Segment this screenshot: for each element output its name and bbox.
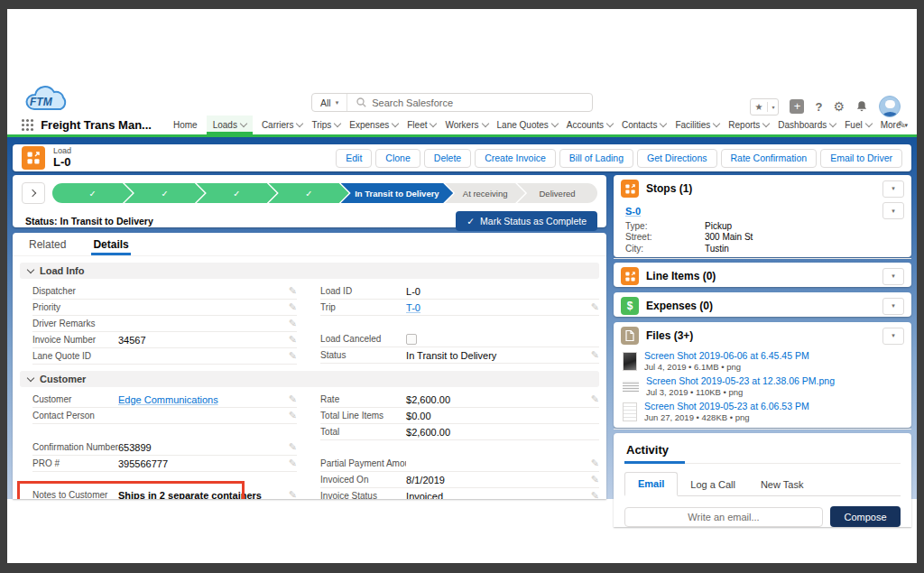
file-row[interactable]: Screen Shot 2019-05-23 at 12.38.06 PM.pn… xyxy=(614,374,911,400)
nav-item-fleet[interactable]: Fleet xyxy=(407,116,436,134)
compose-button[interactable]: Compose xyxy=(830,506,901,527)
files-menu-button[interactable]: ▾ xyxy=(882,328,904,345)
section-customer[interactable]: Customer xyxy=(20,371,599,387)
tab-activity[interactable]: Activity xyxy=(624,443,685,464)
file-row[interactable]: Screen Shot 2019-05-23 at 6.06.53 PM Jun… xyxy=(614,400,911,425)
user-avatar[interactable] xyxy=(879,96,901,117)
nav-item-workers[interactable]: Workers xyxy=(445,116,487,134)
expenses-menu-button[interactable]: ▾ xyxy=(882,298,904,315)
tab-new-task[interactable]: New Task xyxy=(748,474,816,495)
search-placeholder[interactable]: Search Salesforce xyxy=(372,97,453,108)
chevron-down-icon[interactable]: ▾ xyxy=(768,104,778,110)
path-stage-delivered[interactable]: Delivered xyxy=(517,183,597,203)
trip-link[interactable]: T-0 xyxy=(406,302,420,313)
nav-item-contacts[interactable]: Contacts xyxy=(622,116,666,134)
edit-pencil-icon[interactable]: ✎ xyxy=(591,474,599,485)
chevron-down-icon[interactable] xyxy=(392,120,399,127)
chevron-down-icon[interactable] xyxy=(334,120,341,127)
path-stage-complete-3[interactable]: ✓ xyxy=(197,183,277,203)
file-row[interactable]: Screen Shot 2019-06-06 at 6.45.45 PM Jul… xyxy=(614,349,911,374)
email-input[interactable] xyxy=(624,507,823,527)
nav-item-fuel[interactable]: Fuel xyxy=(845,116,871,134)
customer-link[interactable]: Edge Communications xyxy=(118,394,218,405)
clone-button[interactable]: Clone xyxy=(375,149,420,168)
file-name-link[interactable]: Screen Shot 2019-05-23 at 12.38.06 PM.pn… xyxy=(646,375,835,387)
edit-pencil-icon[interactable]: ✎ xyxy=(289,489,297,499)
tab-log-a-call[interactable]: Log a Call xyxy=(678,474,748,495)
path-toggle-button[interactable] xyxy=(22,182,45,204)
favorites-button[interactable]: ★ ▾ xyxy=(750,98,780,116)
edit-pencil-icon[interactable]: ✎ xyxy=(289,301,297,313)
section-load-info[interactable]: Load Info xyxy=(20,263,599,279)
edit-pencil-icon[interactable]: ✎ xyxy=(289,410,297,421)
nav-item-carriers[interactable]: Carriers xyxy=(262,116,303,134)
global-actions-icon[interactable]: + xyxy=(790,99,804,114)
chevron-down-icon[interactable] xyxy=(481,120,488,127)
path-stage-complete-1[interactable]: ✓ xyxy=(52,183,133,203)
nav-item-facilities[interactable]: Facilities xyxy=(675,116,719,134)
edit-pencil-icon[interactable]: ✎ xyxy=(591,301,599,313)
nav-item-home[interactable]: Home xyxy=(173,116,198,134)
edit-button[interactable]: Edit xyxy=(336,149,372,168)
line-items-card: Line Items (0) ▾ xyxy=(614,263,911,287)
nav-item-expenses[interactable]: Expenses xyxy=(349,116,398,134)
tab-email[interactable]: Email xyxy=(624,472,678,496)
mark-status-complete-button[interactable]: ✓ Mark Status as Complete xyxy=(456,211,597,231)
chevron-down-icon[interactable] xyxy=(864,120,872,127)
setup-gear-icon[interactable]: ⚙ xyxy=(833,99,845,114)
edit-pencil-icon[interactable]: ✎ xyxy=(289,441,297,453)
load-canceled-checkbox[interactable] xyxy=(406,334,417,345)
stop-record-link[interactable]: S-0 xyxy=(625,206,641,217)
chevron-down-icon[interactable] xyxy=(713,120,720,127)
delete-button[interactable]: Delete xyxy=(424,149,471,168)
edit-pencil-icon[interactable]: ✎ xyxy=(289,457,297,469)
chevron-down-icon[interactable] xyxy=(240,120,247,127)
star-icon[interactable]: ★ xyxy=(751,102,769,112)
path-stage-in-transit[interactable]: In Transit to Delivery xyxy=(341,183,453,203)
file-name-link[interactable]: Screen Shot 2019-05-23 at 6.06.53 PM xyxy=(644,401,809,412)
chevron-down-icon[interactable] xyxy=(430,120,437,127)
edit-pencil-icon[interactable]: ✎ xyxy=(591,457,599,469)
field-pro-number: PRO # 395566777 ✎ xyxy=(32,456,297,472)
global-search[interactable]: All ▾ Search Salesforce xyxy=(311,93,593,112)
edit-pencil-icon[interactable]: ✎ xyxy=(591,349,599,361)
tab-related[interactable]: Related xyxy=(27,235,68,255)
edit-pencil-icon[interactable]: ✎ xyxy=(289,350,297,362)
nav-edit-pencil-icon[interactable]: ✎ xyxy=(898,119,906,131)
nav-item-reports[interactable]: Reports xyxy=(728,116,769,134)
edit-pencil-icon[interactable]: ✎ xyxy=(591,490,599,499)
file-name-link[interactable]: Screen Shot 2019-06-06 at 6.45.45 PM xyxy=(644,350,809,362)
edit-pencil-icon[interactable]: ✎ xyxy=(289,318,297,329)
line-items-menu-button[interactable]: ▾ xyxy=(882,268,904,285)
nav-item-loads[interactable]: Loads xyxy=(207,116,253,134)
edit-pencil-icon[interactable]: ✎ xyxy=(289,285,297,297)
email-to-driver-button[interactable]: Email to Driver xyxy=(820,149,902,168)
nav-item-lane-quotes[interactable]: Lane Quotes xyxy=(497,116,558,134)
nav-item-accounts[interactable]: Accounts xyxy=(567,116,613,134)
edit-pencil-icon[interactable]: ✎ xyxy=(289,393,297,405)
chevron-down-icon[interactable] xyxy=(606,120,614,127)
get-directions-button[interactable]: Get Directions xyxy=(637,149,717,168)
path-stage-complete-2[interactable]: ✓ xyxy=(125,183,205,203)
notifications-bell-icon[interactable] xyxy=(855,100,868,113)
app-launcher-icon[interactable] xyxy=(22,119,28,132)
bill-of-lading-button[interactable]: Bill of Lading xyxy=(559,149,633,168)
chevron-down-icon[interactable] xyxy=(296,120,303,127)
path-stage-complete-4[interactable]: ✓ xyxy=(269,183,349,203)
tab-details[interactable]: Details xyxy=(91,235,130,255)
edit-pencil-icon[interactable]: ✎ xyxy=(289,334,297,346)
chevron-down-icon[interactable] xyxy=(762,120,770,127)
create-invoice-button[interactable]: Create Invoice xyxy=(475,149,556,168)
edit-pencil-icon[interactable]: ✎ xyxy=(591,393,599,405)
path-stage-at-receiving[interactable]: At receiving xyxy=(445,183,525,203)
nav-item-dashboards[interactable]: Dashboards xyxy=(778,116,836,134)
chevron-down-icon[interactable] xyxy=(551,120,559,127)
help-icon[interactable]: ? xyxy=(815,100,822,114)
chevron-down-icon[interactable] xyxy=(829,120,836,127)
search-scope-dropdown[interactable]: All ▾ xyxy=(312,94,347,111)
nav-item-trips[interactable]: Trips xyxy=(311,116,340,134)
chevron-down-icon[interactable] xyxy=(660,120,667,127)
rate-confirmation-button[interactable]: Rate Confirmation xyxy=(721,149,818,168)
stop-row-menu-button[interactable]: ▾ xyxy=(882,202,904,219)
stops-menu-button[interactable]: ▾ xyxy=(882,180,904,198)
